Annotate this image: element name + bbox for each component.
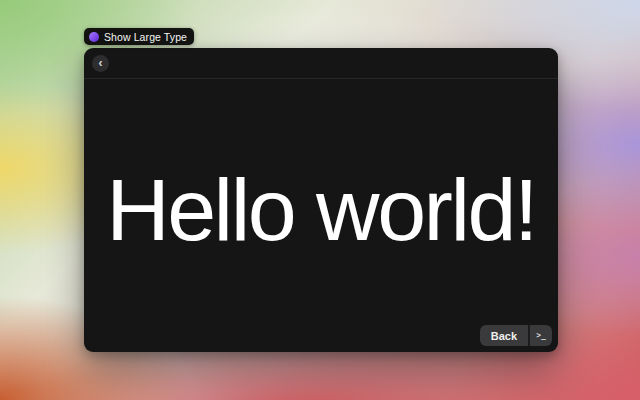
terminal-prompt-icon: >_: [536, 331, 546, 340]
back-button[interactable]: ‹: [92, 55, 109, 72]
show-large-type-tooltip: Show Large Type: [84, 28, 194, 45]
desktop-background: Show Large Type ‹ Hello world! Back >_: [0, 0, 640, 400]
extension-icon: [89, 32, 99, 42]
chevron-left-icon: ‹: [99, 57, 103, 69]
window-header: ‹: [84, 48, 558, 79]
back-action-label: Back: [480, 325, 528, 346]
back-action-button[interactable]: Back >_: [480, 325, 552, 346]
enter-key-chip: >_: [528, 325, 552, 346]
large-type-content: Hello world!: [84, 79, 558, 352]
large-type-text: Hello world!: [106, 166, 536, 254]
large-type-window: ‹ Hello world! Back >_: [84, 48, 558, 352]
tooltip-label: Show Large Type: [104, 31, 187, 43]
